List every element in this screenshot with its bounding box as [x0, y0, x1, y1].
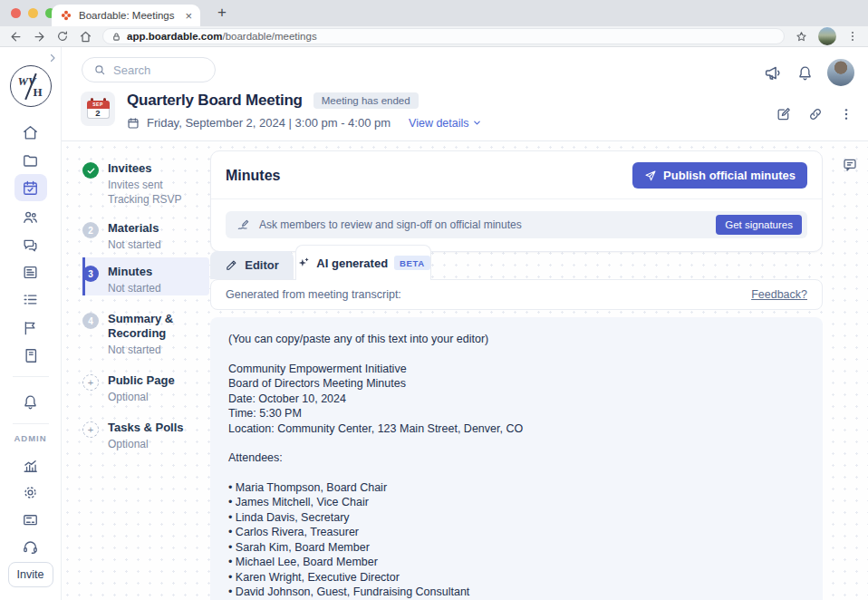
tab-title: Boardable: Meetings — [79, 10, 178, 21]
step-summary-recording[interactable]: 4 Summary & Recording Not started — [82, 312, 202, 357]
forward-icon[interactable] — [33, 30, 46, 44]
browser-profile-avatar[interactable] — [818, 27, 836, 45]
step-materials[interactable]: 2 Materials Not started — [82, 221, 202, 252]
sidebar-item-reports[interactable] — [14, 258, 47, 285]
attendees-list: • Maria Thompson, Board Chair• James Mit… — [228, 480, 805, 600]
browser-tab[interactable]: Boardable: Meetings × — [52, 5, 200, 26]
search-box[interactable] — [82, 57, 216, 82]
people-icon — [22, 208, 39, 226]
list-item: Date: October 10, 2024 — [228, 392, 805, 407]
bookmark-star-icon[interactable] — [795, 30, 808, 44]
list-item: • David Johnson, Guest, Fundraising Cons… — [228, 585, 805, 600]
tab-ai-generated[interactable]: AI generated BETA — [295, 245, 431, 280]
browser-toolbar: app.boardable.com/boardable/meetings — [0, 26, 868, 47]
attendees-label: Attendees: — [228, 450, 805, 466]
notifications-bell-icon[interactable] — [796, 64, 814, 82]
chat-bubbles-icon — [22, 237, 39, 254]
generated-header-box: Generated from meeting transcript: Feedb… — [210, 279, 823, 310]
window-controls[interactable] — [11, 8, 55, 18]
sparkles-ai-icon — [296, 256, 310, 270]
content-area: Invitees Invites sent Tracking RSVP 2 Ma… — [62, 141, 868, 600]
folder-icon — [22, 152, 39, 169]
ai-minutes-panel[interactable]: (You can copy/paste any of this text int… — [210, 317, 823, 600]
pencil-icon — [225, 258, 238, 272]
invite-button[interactable]: Invite — [8, 562, 53, 587]
sidebar-item-documents[interactable] — [14, 147, 47, 174]
report-icon — [22, 264, 39, 281]
app-sidebar-rail: WV H — [0, 47, 62, 600]
sidebar-item-settings[interactable] — [14, 479, 47, 506]
meeting-datetime: Friday, September 2, 2024 | 3:00 pm - 4:… — [147, 116, 391, 130]
step-public-page[interactable]: + Public Page Optional — [82, 373, 202, 404]
bell-icon — [22, 393, 39, 411]
tab-close-icon[interactable]: × — [185, 10, 192, 22]
list-item: • Karen Wright, Executive Director — [228, 570, 805, 585]
url-text: app.boardable.com/boardable/meetings — [127, 31, 317, 42]
edit-meeting-icon[interactable] — [776, 106, 792, 122]
sidebar-item-support[interactable] — [14, 533, 47, 560]
meeting-status-badge: Meeting has ended — [313, 92, 419, 109]
sidebar-item-agendas[interactable] — [14, 285, 47, 313]
gear-icon — [22, 484, 39, 501]
generated-from-transcript-label: Generated from meeting transcript: — [226, 288, 401, 301]
sidebar-item-notifications[interactable] — [14, 388, 47, 415]
signatures-banner: Ask members to review and sign-off on of… — [226, 211, 807, 238]
meeting-title: Quarterly Board Meeting — [127, 92, 303, 110]
list-item: • Michael Lee, Board Member — [228, 555, 805, 570]
sidebar-item-analytics[interactable] — [14, 451, 47, 479]
step-optional-plus-icon: + — [82, 421, 99, 438]
sidebar-item-meetings[interactable] — [14, 174, 47, 201]
copy-link-icon[interactable] — [807, 106, 824, 122]
url-bar[interactable]: app.boardable.com/boardable/meetings — [102, 28, 785, 44]
sidebar-item-discussions[interactable] — [14, 231, 47, 258]
list-item: • Sarah Kim, Board Member — [228, 540, 805, 556]
list-item: • Linda Davis, Secretary — [228, 510, 805, 526]
feedback-bubble-icon[interactable] — [842, 157, 858, 173]
sidebar-item-resources[interactable] — [14, 342, 47, 369]
minutes-section-title: Minutes — [226, 168, 280, 184]
calendar-check-icon — [22, 179, 39, 197]
sidebar-item-billing[interactable] — [14, 506, 47, 533]
step-number-icon: 4 — [82, 313, 99, 329]
meeting-more-menu-icon[interactable] — [839, 107, 854, 121]
new-tab-button[interactable]: + — [212, 3, 232, 23]
sidebar-item-goals[interactable] — [14, 314, 47, 341]
user-avatar[interactable] — [827, 59, 854, 86]
refresh-icon[interactable] — [56, 30, 69, 43]
step-optional-plus-icon: + — [82, 374, 99, 391]
back-icon[interactable] — [9, 30, 23, 44]
view-details-link[interactable]: View details — [409, 117, 481, 130]
checklist-icon — [22, 291, 39, 308]
list-item: • Maria Thompson, Board Chair — [228, 480, 805, 496]
step-invitees[interactable]: Invitees Invites sent Tracking RSVP — [82, 161, 202, 207]
home-icon — [22, 124, 39, 141]
signatures-banner-text: Ask members to review and sign-off on of… — [259, 218, 708, 231]
step-number-icon: 2 — [82, 222, 99, 238]
beta-badge: BETA — [394, 256, 430, 270]
step-minutes[interactable]: 3 Minutes Not started — [82, 265, 202, 295]
minimize-window-button[interactable] — [28, 8, 38, 18]
browser-home-icon[interactable] — [79, 30, 92, 44]
analytics-icon — [22, 457, 39, 474]
tab-editor[interactable]: Editor — [210, 251, 294, 279]
divider — [211, 198, 822, 199]
get-signatures-button[interactable]: Get signatures — [716, 215, 802, 235]
screen: Boardable: Meetings × + app.boardable.co… — [0, 0, 868, 600]
app-header: SEP 2 Quarterly Board Meeting Meeting ha… — [62, 47, 868, 141]
announcements-megaphone-icon[interactable] — [764, 63, 783, 82]
signature-pen-icon — [236, 218, 251, 232]
send-icon — [644, 169, 657, 182]
publish-official-minutes-button[interactable]: Publish official minutes — [632, 162, 807, 189]
close-window-button[interactable] — [11, 8, 21, 18]
feedback-link[interactable]: Feedback? — [751, 288, 807, 301]
sidebar-item-people[interactable] — [14, 203, 47, 230]
search-input[interactable] — [113, 63, 195, 77]
sidebar-expand-icon[interactable] — [47, 53, 58, 63]
rail-divider — [13, 423, 49, 424]
sidebar-item-home[interactable] — [14, 119, 47, 146]
org-logo[interactable]: WV H — [10, 65, 52, 107]
browser-menu-icon[interactable] — [846, 30, 859, 43]
step-number-icon: 3 — [82, 266, 99, 282]
step-tasks-polls[interactable]: + Tasks & Polls Optional — [82, 421, 202, 451]
billing-card-icon — [22, 511, 39, 528]
